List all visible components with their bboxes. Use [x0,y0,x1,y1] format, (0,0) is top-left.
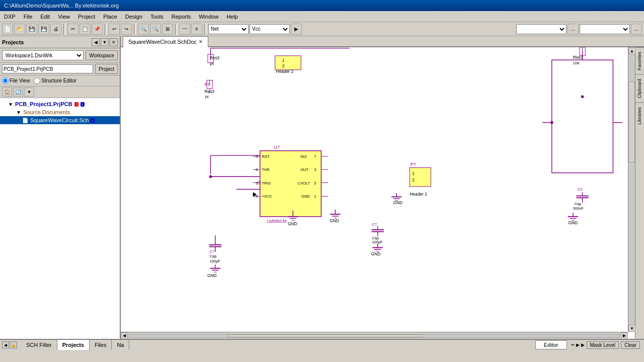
svg-text:P?: P? [411,162,416,167]
toolbar-vcc-select[interactable]: Vcc [250,24,290,34]
toolbar-layer-select[interactable]: Net [208,24,249,34]
toolbar-redo[interactable]: ↪ [121,24,132,35]
tree-expand-icon: ▼ [8,102,13,107]
tree-project-badge-blue: i [80,102,85,107]
svg-text:C2: C2 [578,187,583,192]
toolbar-sep-5 [204,24,206,35]
toolbar-zoom-in[interactable]: 🔍 [138,24,149,35]
panel-close-btn[interactable]: ✕ [110,38,118,46]
structure-editor-radio[interactable]: Structure Editor [34,77,76,84]
toolbar-ellipsis2[interactable]: ... [631,24,642,35]
tree-source-docs-label: Source Documents [23,109,70,115]
scroll-left-btn[interactable]: ◀ [121,332,128,339]
toolbar-right-select2[interactable] [580,24,630,34]
toolbar-extra[interactable]: ▶ [291,24,302,35]
toolbar-save-all[interactable]: 💾 [38,24,49,35]
projects-tab[interactable]: Projects [57,340,90,350]
scroll-thumb-v [628,81,635,162]
libraries-tab[interactable]: Libraries [635,103,644,129]
svg-text:Header 2: Header 2 [410,192,427,197]
svg-text:R7: R7 [204,82,210,87]
project-row: Project [0,63,120,75]
toolbar-wire[interactable]: 〰 [179,24,190,35]
menu-item-project[interactable]: Project [74,13,99,21]
svg-text:C?: C? [210,249,215,254]
svg-text:RST: RST [262,154,270,159]
bottom-panel: ◀ 🔒 SCH Filter Projects Files Na Editor … [0,339,644,350]
toolbar-ellipsis1[interactable]: ... [568,24,579,35]
toolbar: 📄 📂 💾 💾 🖨 ✂ 📋 📌 ↩ ↪ 🔍 🔍 ⊞ 〰 ≡ Net Vcc ▶ … [0,22,644,36]
svg-text:Res3: Res3 [210,55,220,60]
left-panel: Projects ◀ ▼ ✕ Workspace1.DsnWrk Workspa… [0,36,121,339]
na-tab[interactable]: Na [112,340,129,350]
bottom-lock-btn[interactable]: 🔒 [10,341,17,348]
toolbar-right-select1[interactable] [516,24,567,34]
file-view-radio-input[interactable] [2,77,9,84]
bottom-arrow-btn[interactable]: ◀ [2,341,9,348]
menu-item-window[interactable]: Window [195,13,222,21]
menu-item-place[interactable]: Place [99,13,121,21]
horizontal-scrollbar[interactable]: ◀ ▶ [121,332,628,339]
tab-close-btn[interactable]: ✕ [199,39,203,44]
toolbar-zoom-out[interactable]: 🔍 [150,24,161,35]
menu-item-dxp[interactable]: DXP [0,13,20,21]
clipboard-tab[interactable]: Clipboard [635,74,644,103]
svg-text:1: 1 [282,58,285,63]
toolbar-sep-4 [175,24,177,35]
title-bar: C:\AltiumDemo\SquareWa... By:elektronisk… [0,0,644,11]
menu-item-tools[interactable]: Tools [146,13,168,21]
editor-tab[interactable]: Editor [535,340,567,349]
tree-refresh-btn[interactable]: 🔄 [13,87,23,97]
toolbar-cut[interactable]: ✂ [67,24,78,35]
scroll-down-btn[interactable]: ▼ [628,325,635,332]
toolbar-undo[interactable]: ↩ [109,24,120,35]
right-panel: SquareWaveCircuit.SchDoc ✕ Res3 1K 1 [121,36,644,339]
svg-text:10K: 10K [573,61,580,65]
schematic-tab[interactable]: SquareWaveCircuit.SchDoc ✕ [123,36,208,47]
menu-item-design[interactable]: Design [121,13,146,21]
svg-text:GND: GND [207,273,217,278]
panel-menu-btn[interactable]: ▼ [101,38,109,46]
svg-text:1: 1 [314,194,316,199]
project-button[interactable]: Project [95,64,118,74]
menu-item-help[interactable]: Help [222,13,242,21]
svg-point-101 [550,121,553,124]
tree-source-docs-item[interactable]: ▼ Source Documents [0,108,120,116]
workspace-button[interactable]: Workspace [86,50,118,60]
structure-editor-radio-input[interactable] [34,77,40,84]
toolbar-fit[interactable]: ⊞ [162,24,173,35]
sch-filter-tab[interactable]: SCH Filter [21,340,57,350]
toolbar-new[interactable]: 📄 [2,24,13,35]
menu-item-file[interactable]: File [20,13,37,21]
svg-text:100pF: 100pF [372,240,383,244]
panel-toggle-btn[interactable]: ◀ [92,38,100,46]
svg-text:+VCC: +VCC [262,194,273,199]
schematic-canvas[interactable]: Res3 1K 1 2 Header 2 R7 Res3 1K [121,47,644,339]
vertical-scrollbar[interactable]: ▲ ▼ [628,47,635,332]
scroll-right-btn[interactable]: ▶ [621,332,628,339]
toolbar-open[interactable]: 📂 [14,24,25,35]
favorites-tab[interactable]: Favorites [635,47,644,74]
file-view-radio[interactable]: File View [2,77,30,84]
toolbar-print[interactable]: 🖨 [50,24,61,35]
svg-text:2: 2 [412,177,415,183]
tree-project-item[interactable]: ▼ PCB_Project1.PrjPCB ! i [0,100,120,108]
svg-text:GND: GND [393,200,403,205]
menu-item-edit[interactable]: Edit [36,13,54,21]
toolbar-save[interactable]: 💾 [26,24,37,35]
svg-text:C?: C? [372,222,377,227]
mask-level-btn[interactable]: Mask Level [587,341,619,349]
scroll-up-btn[interactable]: ▲ [628,47,635,54]
toolbar-copy[interactable]: 📋 [79,24,91,35]
clear-btn[interactable]: Clear [621,341,640,349]
toolbar-bus[interactable]: ≡ [191,24,202,35]
menu-item-reports[interactable]: Reports [168,13,195,21]
toolbar-paste[interactable]: 📌 [92,24,103,35]
workspace-dropdown[interactable]: Workspace1.DsnWrk [2,50,84,60]
tree-home-btn[interactable]: 🏠 [2,87,12,97]
files-tab[interactable]: Files [90,340,112,350]
tree-dropdown-btn[interactable]: ▼ [24,87,34,97]
menu-item-view[interactable]: View [54,13,74,21]
project-input[interactable] [2,64,93,73]
tree-schematic-item[interactable]: 📄 SquareWaveCircuit.Sch i [0,116,120,124]
